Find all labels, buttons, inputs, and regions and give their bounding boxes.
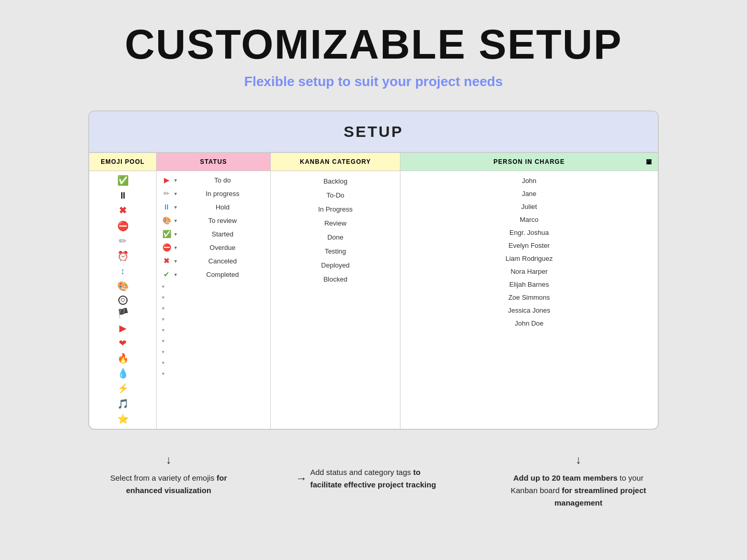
dropdown-arrow[interactable]: ▾ bbox=[162, 327, 164, 333]
person-list: John Jane Juliet Marco Engr. Joshua Evel… bbox=[400, 171, 658, 333]
dropdown-arrow[interactable]: ▾ bbox=[162, 349, 164, 355]
dropdown-arrow[interactable]: ▾ bbox=[162, 316, 164, 322]
person-dot-indicator: ● bbox=[646, 159, 652, 164]
list-item[interactable]: ❤ bbox=[119, 337, 127, 350]
list-item: Blocked bbox=[271, 272, 400, 286]
table-row: ▾ bbox=[157, 292, 270, 303]
list-item: To-Do bbox=[271, 188, 400, 202]
dropdown-arrow[interactable]: ▾ bbox=[174, 245, 177, 250]
list-item[interactable]: ✅ bbox=[117, 174, 129, 187]
dropdown-arrow[interactable]: ▾ bbox=[162, 338, 164, 344]
list-item: Jane bbox=[400, 187, 658, 200]
main-title: CUSTOMIZABLE SETUP bbox=[125, 21, 622, 68]
list-item[interactable]: ▶ bbox=[119, 322, 127, 335]
dropdown-arrow[interactable]: ▾ bbox=[174, 272, 177, 277]
list-item[interactable]: 🏴 bbox=[117, 307, 129, 320]
status-icon-started: ✅ bbox=[162, 230, 171, 238]
annotation-left-text: Select from a variety of emojis for enha… bbox=[110, 473, 227, 495]
list-item: John bbox=[400, 174, 658, 187]
setup-body: EMOJI POOL ✅ ⏸ ✖ ⛔ ✏ ⏰ ↕ 🎨 ○ 🏴 ▶ ❤ 🔥 💧 ⚡… bbox=[89, 153, 658, 429]
emoji-pool-column: EMOJI POOL ✅ ⏸ ✖ ⛔ ✏ ⏰ ↕ 🎨 ○ 🏴 ▶ ❤ 🔥 💧 ⚡… bbox=[89, 153, 157, 429]
list-item: Liam Rodriguez bbox=[400, 252, 658, 265]
arrow-right-center: → bbox=[296, 469, 307, 487]
status-icon-completed: ✔ bbox=[162, 270, 171, 278]
list-item[interactable]: ↕ bbox=[120, 265, 125, 278]
table-row: ▾ bbox=[157, 281, 270, 292]
annotation-right-text: Add up to 20 team members to your Kanban… bbox=[511, 473, 646, 507]
table-row: ⛔ ▾ Overdue bbox=[157, 241, 270, 254]
dropdown-arrow[interactable]: ▾ bbox=[162, 305, 164, 311]
list-item[interactable]: ⭐ bbox=[117, 413, 129, 426]
list-item: John Doe bbox=[400, 317, 658, 330]
status-icon-todo: ▶ bbox=[162, 176, 171, 184]
subtitle: Flexible setup to suit your project need… bbox=[244, 74, 503, 90]
list-item: In Progress bbox=[271, 202, 400, 216]
emoji-list: ✅ ⏸ ✖ ⛔ ✏ ⏰ ↕ 🎨 ○ 🏴 ▶ ❤ 🔥 💧 ⚡ 🎵 ⭐ bbox=[89, 171, 156, 429]
status-column: STATUS ▶ ▾ To do ✏ ▾ In progress ⏸ ▾ Hol… bbox=[157, 153, 271, 429]
table-row: 🎨 ▾ To review bbox=[157, 214, 270, 227]
dropdown-arrow[interactable]: ▾ bbox=[174, 231, 177, 237]
list-item[interactable]: ⏰ bbox=[117, 250, 129, 263]
list-item[interactable]: 🎨 bbox=[117, 280, 129, 293]
annotation-center: → Add status and category tags to facili… bbox=[296, 466, 451, 491]
dropdown-arrow[interactable]: ▾ bbox=[174, 191, 177, 197]
table-row: ▾ bbox=[157, 368, 270, 379]
list-item[interactable]: ✏ bbox=[119, 235, 127, 248]
status-icon-overdue: ⛔ bbox=[162, 243, 171, 251]
list-item: Backlog bbox=[271, 174, 400, 188]
kanban-header: KANBAN CATEGORY bbox=[271, 153, 400, 171]
status-label: Completed bbox=[180, 271, 265, 278]
person-column: PERSON IN CHARGE ● John Jane Juliet Marc… bbox=[400, 153, 658, 429]
annotation-right: ↓ Add up to 20 team members to your Kanb… bbox=[508, 451, 659, 509]
list-item[interactable]: ✖ bbox=[119, 204, 127, 217]
list-item[interactable]: ○ bbox=[118, 296, 128, 305]
status-label: To review bbox=[180, 217, 265, 225]
annotation-left: ↓ Select from a variety of emojis for en… bbox=[88, 451, 239, 497]
table-row: ▾ bbox=[157, 325, 270, 335]
list-item: Testing bbox=[271, 244, 400, 258]
table-row: ✔ ▾ Completed bbox=[157, 268, 270, 281]
setup-header: SETUP bbox=[89, 111, 658, 153]
dropdown-arrow[interactable]: ▾ bbox=[174, 218, 177, 223]
table-row: ✏ ▾ In progress bbox=[157, 187, 270, 200]
kanban-column: KANBAN CATEGORY Backlog To-Do In Progres… bbox=[271, 153, 400, 429]
status-label: Started bbox=[180, 230, 265, 238]
table-row: ▾ bbox=[157, 314, 270, 325]
list-item: Engr. Joshua bbox=[400, 226, 658, 239]
list-item: Juliet bbox=[400, 200, 658, 213]
list-item[interactable]: ⛔ bbox=[117, 220, 129, 233]
list-item: Review bbox=[271, 216, 400, 230]
person-header-label: PERSON IN CHARGE bbox=[493, 158, 564, 165]
dropdown-arrow[interactable]: ▾ bbox=[174, 258, 177, 264]
list-item: Marco bbox=[400, 213, 658, 226]
list-item[interactable]: 🔥 bbox=[117, 352, 129, 365]
list-item[interactable]: 🎵 bbox=[117, 398, 129, 411]
dropdown-arrow[interactable]: ▾ bbox=[162, 284, 164, 289]
status-list: ▶ ▾ To do ✏ ▾ In progress ⏸ ▾ Hold 🎨 ▾ bbox=[157, 171, 270, 381]
table-row: ▶ ▾ To do bbox=[157, 173, 270, 187]
arrow-down-left: ↓ bbox=[99, 451, 239, 469]
table-row: ⏸ ▾ Hold bbox=[157, 200, 270, 214]
table-row: ✅ ▾ Started bbox=[157, 227, 270, 241]
list-item: Jessica Jones bbox=[400, 304, 658, 317]
status-label: To do bbox=[180, 176, 265, 184]
list-item: Zoe Simmons bbox=[400, 291, 658, 304]
dropdown-arrow[interactable]: ▾ bbox=[162, 360, 164, 366]
list-item[interactable]: ⚡ bbox=[117, 382, 129, 395]
kanban-list: Backlog To-Do In Progress Review Done Te… bbox=[271, 171, 400, 289]
status-label: Hold bbox=[180, 203, 265, 211]
dropdown-arrow[interactable]: ▾ bbox=[162, 295, 164, 300]
status-label: Canceled bbox=[180, 257, 265, 265]
annotation-center-text: Add status and category tags to facilita… bbox=[310, 466, 451, 491]
status-icon-hold: ⏸ bbox=[162, 203, 171, 211]
dropdown-arrow[interactable]: ▾ bbox=[174, 204, 177, 210]
list-item: Nora Harper bbox=[400, 265, 658, 278]
table-row: ▾ bbox=[157, 303, 270, 314]
dropdown-arrow[interactable]: ▾ bbox=[174, 177, 177, 183]
list-item[interactable]: 💧 bbox=[117, 367, 129, 380]
list-item: Elijah Barnes bbox=[400, 278, 658, 291]
person-header: PERSON IN CHARGE ● bbox=[400, 153, 658, 171]
table-row: ▾ bbox=[157, 335, 270, 346]
dropdown-arrow[interactable]: ▾ bbox=[162, 371, 164, 376]
list-item[interactable]: ⏸ bbox=[118, 189, 128, 202]
